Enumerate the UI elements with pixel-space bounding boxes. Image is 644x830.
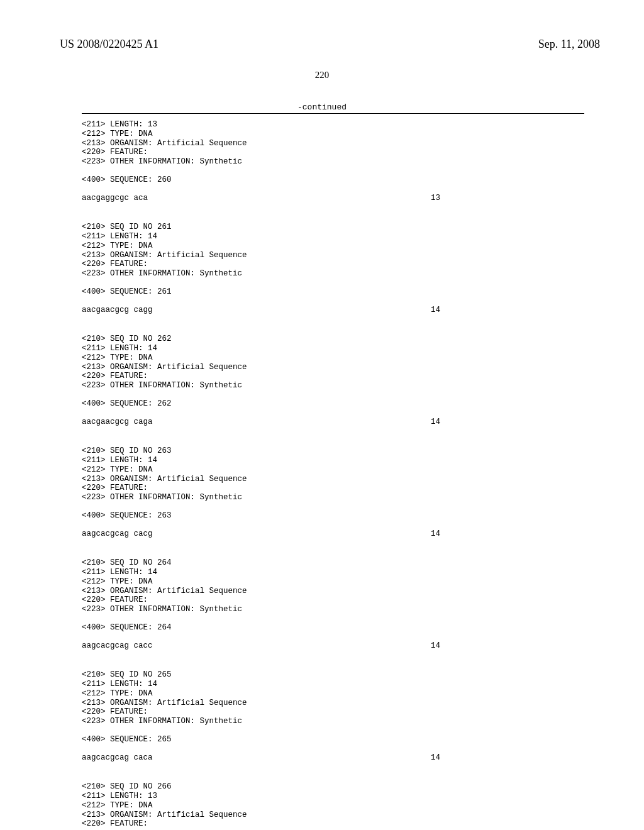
sequence-meta-line: <223> OTHER INFORMATION: Synthetic — [82, 381, 584, 390]
sequence-label: <400> SEQUENCE: 260 — [82, 175, 584, 185]
sequence-listing-content: <211> LENGTH: 13<212> TYPE: DNA<213> ORG… — [0, 114, 644, 829]
sequence-meta-line: <211> LENGTH: 13 — [82, 792, 584, 801]
sequence-label: <400> SEQUENCE: 261 — [82, 287, 584, 297]
sequence-meta-line: <212> TYPE: DNA — [82, 241, 584, 251]
pub-date: Sep. 11, 2008 — [538, 38, 600, 51]
sequence-length-value: 14 — [431, 418, 440, 427]
sequence-meta-line: <220> FEATURE: — [82, 707, 584, 717]
sequence-data-line: aagcacgcag caca14 — [82, 753, 440, 763]
page-header: US 2008/0220425 A1 Sep. 11, 2008 — [0, 0, 644, 54]
sequence-block: <210> SEQ ID NO 266<211> LENGTH: 13<212>… — [82, 782, 584, 829]
sequence-meta-line: <213> ORGANISM: Artificial Sequence — [82, 363, 584, 372]
sequence-label: <400> SEQUENCE: 265 — [82, 735, 584, 744]
sequence-meta-line: <212> TYPE: DNA — [82, 801, 584, 811]
sequence-data-line: aacgaacgcg cagg14 — [82, 306, 440, 315]
sequence-meta-line: <210> SEQ ID NO 261 — [82, 223, 584, 232]
sequence-meta-line: <211> LENGTH: 14 — [82, 680, 584, 689]
sequence-meta-line: <220> FEATURE: — [82, 595, 584, 605]
sequence-meta-line: <220> FEATURE: — [82, 819, 584, 829]
page-number: 220 — [0, 70, 644, 80]
sequence-meta-line: <212> TYPE: DNA — [82, 353, 584, 363]
sequence-length-value: 14 — [431, 529, 440, 539]
sequence-meta-line: <212> TYPE: DNA — [82, 465, 584, 475]
sequence-label: <400> SEQUENCE: 264 — [82, 623, 584, 633]
sequence-block: <210> SEQ ID NO 265<211> LENGTH: 14<212>… — [82, 670, 584, 762]
sequence-meta-line: <223> OTHER INFORMATION: Synthetic — [82, 493, 584, 502]
sequence-meta-line: <220> FEATURE: — [82, 260, 584, 269]
sequence-meta-line: <220> FEATURE: — [82, 148, 584, 157]
sequence-meta-line: <213> ORGANISM: Artificial Sequence — [82, 251, 584, 260]
sequence-block: <211> LENGTH: 13<212> TYPE: DNA<213> ORG… — [82, 120, 584, 202]
sequence-block: <210> SEQ ID NO 263<211> LENGTH: 14<212>… — [82, 446, 584, 538]
sequence-meta-line: <212> TYPE: DNA — [82, 577, 584, 587]
sequence-text: aagcacgcag caca — [82, 753, 153, 763]
sequence-meta-line: <223> OTHER INFORMATION: Synthetic — [82, 717, 584, 726]
sequence-meta-line: <213> ORGANISM: Artificial Sequence — [82, 475, 584, 484]
sequence-text: aacgaggcgc aca — [82, 194, 148, 203]
sequence-length-value: 14 — [431, 306, 440, 315]
sequence-text: aagcacgcag cacc — [82, 641, 153, 651]
sequence-meta-line: <220> FEATURE: — [82, 372, 584, 381]
sequence-meta-line: <212> TYPE: DNA — [82, 689, 584, 699]
sequence-block: <210> SEQ ID NO 264<211> LENGTH: 14<212>… — [82, 558, 584, 650]
sequence-block: <210> SEQ ID NO 261<211> LENGTH: 14<212>… — [82, 223, 584, 314]
pub-number: US 2008/0220425 A1 — [60, 38, 158, 51]
sequence-meta-line: <223> OTHER INFORMATION: Synthetic — [82, 605, 584, 614]
sequence-text: aacgaacgcg cagg — [82, 306, 153, 315]
sequence-meta-line: <210> SEQ ID NO 264 — [82, 558, 584, 568]
continued-label: -continued — [0, 102, 644, 112]
sequence-meta-line: <213> ORGANISM: Artificial Sequence — [82, 587, 584, 596]
sequence-label: <400> SEQUENCE: 262 — [82, 399, 584, 409]
sequence-label: <400> SEQUENCE: 263 — [82, 511, 584, 521]
sequence-data-line: aacgaacgcg caga14 — [82, 418, 440, 427]
sequence-meta-line: <223> OTHER INFORMATION: Synthetic — [82, 157, 584, 167]
sequence-meta-line: <210> SEQ ID NO 265 — [82, 670, 584, 680]
sequence-meta-line: <210> SEQ ID NO 263 — [82, 446, 584, 456]
sequence-length-value: 14 — [431, 753, 440, 763]
sequence-text: aagcacgcag cacg — [82, 529, 153, 539]
sequence-meta-line: <210> SEQ ID NO 262 — [82, 335, 584, 344]
sequence-meta-line: <211> LENGTH: 14 — [82, 344, 584, 353]
sequence-meta-line: <220> FEATURE: — [82, 484, 584, 493]
sequence-meta-line: <213> ORGANISM: Artificial Sequence — [82, 699, 584, 708]
sequence-text: aacgaacgcg caga — [82, 418, 153, 427]
sequence-data-line: aagcacgcag cacg14 — [82, 529, 440, 539]
sequence-meta-line: <211> LENGTH: 14 — [82, 456, 584, 465]
sequence-meta-line: <212> TYPE: DNA — [82, 130, 584, 139]
sequence-meta-line: <210> SEQ ID NO 266 — [82, 782, 584, 792]
sequence-meta-line: <211> LENGTH: 13 — [82, 120, 584, 130]
sequence-meta-line: <211> LENGTH: 14 — [82, 232, 584, 241]
sequence-data-line: aacgaggcgc aca13 — [82, 194, 440, 203]
sequence-block: <210> SEQ ID NO 262<211> LENGTH: 14<212>… — [82, 335, 584, 426]
sequence-meta-line: <211> LENGTH: 14 — [82, 568, 584, 577]
sequence-data-line: aagcacgcag cacc14 — [82, 641, 440, 651]
sequence-meta-line: <213> ORGANISM: Artificial Sequence — [82, 139, 584, 148]
sequence-meta-line: <223> OTHER INFORMATION: Synthetic — [82, 269, 584, 279]
sequence-meta-line: <213> ORGANISM: Artificial Sequence — [82, 811, 584, 820]
sequence-length-value: 13 — [431, 194, 440, 203]
sequence-length-value: 14 — [431, 641, 440, 651]
